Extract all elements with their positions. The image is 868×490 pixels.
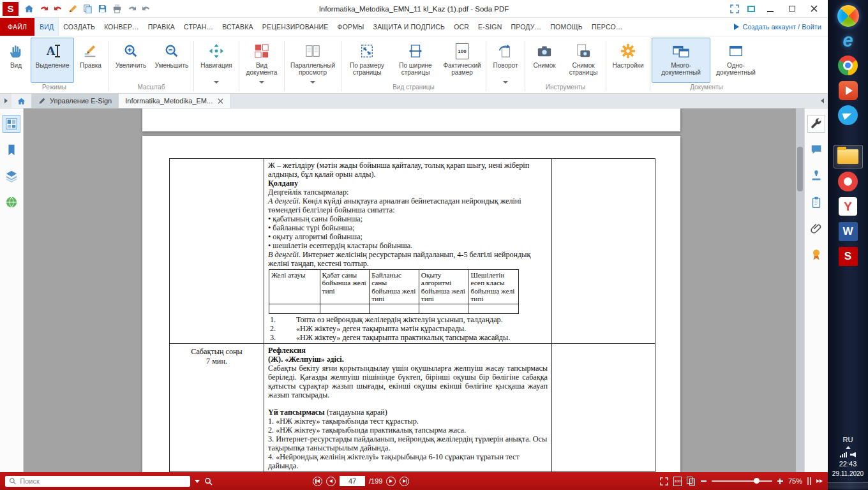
menu-review[interactable]: РЕЦЕНЗИРОВАНИЕ bbox=[258, 18, 333, 36]
reading-mode-icon[interactable] bbox=[745, 3, 758, 15]
tools-panel-button[interactable] bbox=[807, 115, 825, 133]
clock-time[interactable]: 22:43 bbox=[839, 460, 857, 468]
network-icon[interactable] bbox=[840, 452, 847, 457]
menu-secure[interactable]: ЗАЩИТА И ПОДПИСЬ bbox=[369, 18, 450, 36]
page-number-input[interactable]: 47 bbox=[340, 476, 365, 486]
search-go-icon[interactable] bbox=[204, 477, 213, 486]
menu-edit[interactable]: ПРАВКА bbox=[144, 18, 179, 36]
menu-forms[interactable]: ФОРМЫ bbox=[333, 18, 369, 36]
clipboard-panel-button[interactable] bbox=[807, 193, 825, 211]
fit-width-button[interactable]: По ширине страницы bbox=[391, 38, 440, 83]
home-tab[interactable] bbox=[11, 94, 32, 108]
page-layout-icon[interactable] bbox=[687, 477, 696, 486]
taskbar-explorer[interactable] bbox=[834, 145, 863, 168]
first-page-button[interactable] bbox=[313, 477, 322, 486]
settings-button[interactable]: Настройки bbox=[608, 38, 648, 83]
navigation-dropdown[interactable] bbox=[195, 83, 237, 93]
search-input[interactable] bbox=[20, 477, 186, 485]
doc-view-button[interactable]: Вид документа bbox=[241, 38, 283, 83]
minimize-button[interactable] bbox=[761, 3, 779, 15]
taskbar-soda-pdf[interactable]: S bbox=[834, 244, 863, 268]
taskbar-internet-explorer[interactable]: e bbox=[834, 29, 863, 52]
single-document-button[interactable]: Одно-документный bbox=[710, 38, 761, 83]
actual-size-mini-icon[interactable]: 100 bbox=[673, 477, 682, 486]
pdf-viewport[interactable]: Ж – жетілдіру (мәтін жады бойынша қайтал… bbox=[24, 108, 804, 472]
zoom-slider-thumb[interactable] bbox=[754, 478, 760, 484]
maximize-button[interactable] bbox=[783, 3, 801, 15]
view-mode-button[interactable]: Вид bbox=[1, 38, 31, 83]
actual-size-button[interactable]: 100 Фактический размер bbox=[440, 38, 484, 83]
undo-red-icon[interactable] bbox=[37, 3, 50, 15]
zoom-slider[interactable] bbox=[712, 480, 772, 482]
thumbnails-panel-button[interactable] bbox=[3, 115, 20, 133]
taskbar-yandex[interactable]: Y bbox=[834, 195, 863, 218]
close-button[interactable] bbox=[805, 3, 823, 15]
search-options-icon[interactable] bbox=[195, 480, 200, 483]
menu-insert[interactable]: ВСТАВКА bbox=[218, 18, 257, 36]
parallel-view-button[interactable]: Параллельный просмотр bbox=[286, 38, 340, 83]
account-signin[interactable]: Создать аккаунт / Войти bbox=[734, 18, 828, 36]
menu-file[interactable]: ФАЙЛ bbox=[0, 18, 34, 36]
zoom-out-minus-icon[interactable] bbox=[701, 480, 707, 482]
doc-view-dropdown[interactable] bbox=[241, 83, 283, 93]
links-panel-button[interactable] bbox=[3, 193, 20, 211]
redo-gray-icon[interactable] bbox=[140, 3, 153, 15]
navigation-button[interactable]: Навигация bbox=[195, 38, 237, 83]
taskbar-chrome[interactable] bbox=[834, 54, 863, 77]
menu-convert[interactable]: КОНВЕР… bbox=[100, 18, 144, 36]
menu-esign[interactable]: E-SIGN bbox=[474, 18, 506, 36]
menu-help[interactable]: ПОМОЩЬ bbox=[546, 18, 587, 36]
rotate-dropdown[interactable] bbox=[488, 83, 523, 93]
layers-panel-button[interactable] bbox=[3, 167, 20, 185]
menu-products[interactable]: ПРОДУ… bbox=[506, 18, 546, 36]
left-panel-expander[interactable] bbox=[0, 94, 11, 108]
tab-esign-management[interactable]: Управление E-Sign bbox=[32, 94, 119, 108]
search-box[interactable] bbox=[5, 476, 190, 487]
redo-red-icon[interactable] bbox=[52, 3, 64, 15]
menu-pages[interactable]: СТРАН… bbox=[179, 18, 218, 36]
fullscreen-icon[interactable] bbox=[728, 3, 741, 15]
home-quick-icon[interactable] bbox=[22, 3, 35, 15]
undo-gray-icon[interactable] bbox=[125, 3, 138, 15]
taskbar-yandex-browser[interactable] bbox=[834, 170, 863, 193]
clock-date[interactable]: 29.11.2020 bbox=[832, 470, 864, 477]
taskbar-telegram[interactable] bbox=[834, 103, 863, 127]
tab-current-document[interactable]: Informatika_Metodika_EM... bbox=[119, 94, 231, 108]
multi-document-button[interactable]: Много-документный bbox=[652, 38, 710, 83]
menu-create[interactable]: СОЗДАТЬ bbox=[59, 18, 100, 36]
volume-icon[interactable] bbox=[850, 452, 856, 457]
comments-panel-button[interactable] bbox=[807, 141, 825, 159]
taskbar-media-player[interactable] bbox=[834, 78, 863, 102]
snapshot-button[interactable]: Снимок bbox=[527, 38, 562, 83]
right-panel-collapser[interactable] bbox=[816, 94, 828, 108]
bookmarks-panel-button[interactable] bbox=[3, 141, 20, 159]
hidden-icons-chevron[interactable] bbox=[846, 446, 851, 449]
edit-pencil-icon[interactable] bbox=[66, 3, 79, 15]
print-icon[interactable] bbox=[110, 3, 123, 15]
vertical-scrollbar[interactable] bbox=[796, 108, 804, 472]
copy-icon[interactable] bbox=[81, 3, 94, 15]
menu-personalize[interactable]: ПЕРСО… bbox=[587, 18, 627, 36]
edit-mode-button[interactable]: Правка bbox=[74, 38, 107, 83]
statusbar-overflow-icon[interactable] bbox=[816, 479, 823, 483]
zoom-out-button[interactable]: Уменьшить bbox=[151, 38, 192, 83]
page-snapshot-button[interactable]: Снимок страницы bbox=[562, 38, 604, 83]
fullscreen-mode-icon[interactable] bbox=[660, 477, 668, 486]
fit-page-button[interactable]: По размеру страницы bbox=[343, 38, 391, 83]
save-icon[interactable] bbox=[96, 3, 108, 15]
scrollbar-thumb[interactable] bbox=[797, 147, 803, 191]
next-page-button[interactable] bbox=[386, 477, 396, 486]
last-page-button[interactable] bbox=[400, 477, 409, 486]
taskbar-word[interactable]: W bbox=[834, 219, 863, 243]
stamps-panel-button[interactable] bbox=[807, 167, 825, 185]
show-desktop-button[interactable] bbox=[828, 482, 868, 489]
zoom-in-button[interactable]: Увеличить bbox=[110, 38, 151, 83]
language-indicator[interactable]: RU bbox=[843, 436, 853, 443]
zoom-in-plus-icon[interactable] bbox=[777, 479, 783, 484]
prev-page-button[interactable] bbox=[326, 477, 336, 486]
close-tab-icon[interactable] bbox=[216, 97, 224, 105]
parallel-dropdown[interactable] bbox=[286, 83, 340, 93]
select-mode-button[interactable]: A Выделение bbox=[31, 38, 74, 83]
menu-ocr[interactable]: OCR bbox=[449, 18, 474, 36]
start-button[interactable] bbox=[834, 4, 863, 27]
